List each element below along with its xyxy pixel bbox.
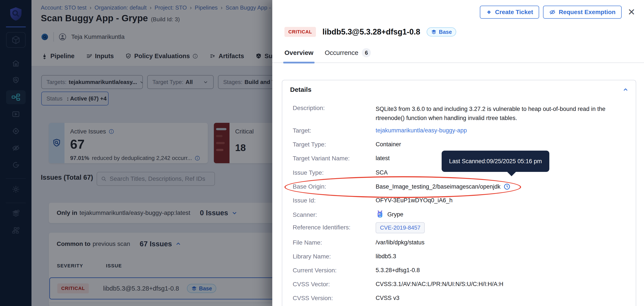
request-exemption-button[interactable]: Request Exemption — [543, 6, 622, 19]
drawer-backdrop[interactable] — [0, 0, 272, 306]
clock-icon[interactable] — [504, 183, 510, 190]
ticket-diamond-icon — [486, 9, 492, 15]
cve-chip[interactable]: CVE-2019-8457 — [376, 222, 425, 233]
drawer-actions: Create Ticket Request Exemption ✕ — [480, 6, 638, 19]
base-tag: Base — [427, 27, 456, 36]
create-ticket-button[interactable]: Create Ticket — [480, 6, 539, 19]
collapse-chevron-up-icon[interactable] — [622, 86, 629, 93]
severity-badge: CRITICAL — [284, 27, 316, 37]
app-window: Account: STO test › Organization: defaul… — [0, 0, 644, 306]
details-card: Details Description: SQLite3 from 3.6.0 … — [282, 80, 636, 306]
issue-details-drawer: Create Ticket Request Exemption ✕ CRITIC… — [272, 0, 644, 306]
details-heading: Details — [290, 86, 311, 93]
eye-slash-icon — [549, 9, 556, 15]
target-link[interactable]: tejakummarikuntla/easy-buggy-app — [376, 127, 467, 134]
tab-overview[interactable]: Overview — [284, 48, 313, 63]
tabs-divider — [272, 62, 644, 63]
close-icon[interactable]: ✕ — [626, 7, 638, 17]
issue-header: CRITICAL libdb5.3@5.3.28+dfsg1-0.8 Base — [284, 27, 456, 37]
grype-scanner-icon — [376, 210, 384, 219]
occurrence-count-badge: 6 — [362, 48, 371, 57]
last-scanned-tooltip: Last Scanned:09/25/2025 05:16 pm — [442, 151, 549, 172]
tab-occurrence[interactable]: Occurrence 6 — [324, 48, 371, 63]
layers-icon — [431, 29, 437, 35]
drawer-tabs: Overview Occurrence 6 — [284, 48, 371, 63]
issue-title: libdb5.3@5.3.28+dfsg1-0.8 — [322, 27, 420, 36]
